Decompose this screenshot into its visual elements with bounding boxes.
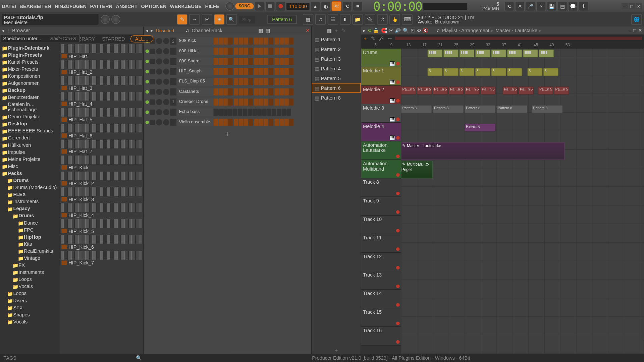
playlist-clip[interactable]: ▮▮▮▮ xyxy=(428,50,443,58)
cut-icon[interactable]: ✂ xyxy=(389,27,393,33)
track-header[interactable]: Drums🎹 xyxy=(361,49,401,67)
playlist-clip[interactable]: ▮▮▮▮ xyxy=(475,50,490,58)
channel-row[interactable]: HIP_Snaph xyxy=(146,67,310,76)
tree-item[interactable]: 📁Vocals xyxy=(0,283,60,290)
playlist-clip[interactable]: ▮▮▮▮ xyxy=(523,50,538,58)
snap-button[interactable]: 3/2 xyxy=(332,1,341,11)
playlist-clip[interactable]: ▮▮▮▮ xyxy=(539,50,554,58)
playlist-clip[interactable]: ▮▮▮▮ xyxy=(459,50,474,58)
pencil-icon[interactable]: ✎ xyxy=(369,35,377,42)
tree-item[interactable]: 📁Instruments xyxy=(0,198,60,205)
collapse-icon[interactable]: ◂ xyxy=(2,27,4,33)
tree-item[interactable]: 📁SFX xyxy=(0,304,60,311)
mic-icon[interactable]: 🎤 xyxy=(526,1,535,11)
track-header[interactable]: Track 12 xyxy=(361,253,401,271)
tree-item[interactable]: 📁Vintage xyxy=(0,254,60,261)
playlist-clip[interactable]: Pattern 8 xyxy=(496,105,527,113)
playlist-clip[interactable]: Pa…n 5 xyxy=(538,86,553,95)
track-header[interactable]: Melodie 4🎹 xyxy=(361,123,401,141)
track-header[interactable]: Melodie 1🎹 xyxy=(361,67,401,85)
playlist-clip[interactable]: 3 xyxy=(475,68,490,76)
tree-item[interactable]: 📁EEEE EEEE Sounds xyxy=(0,127,60,134)
globe-icon[interactable]: 🌐 xyxy=(631,14,642,25)
tree-item[interactable]: 📁Plugin-Presets xyxy=(0,51,60,58)
overview-strip[interactable] xyxy=(395,37,642,40)
playlist-clip[interactable]: Pa…n 5 xyxy=(481,86,496,95)
track-header[interactable]: Automation Multiband xyxy=(361,160,401,178)
playlist-breadcrumb[interactable]: Playlist - Arrangement xyxy=(442,28,489,33)
minimize-panel-icon[interactable]: – xyxy=(629,28,631,33)
playlist-clip[interactable]: Pattern 8 xyxy=(433,105,464,113)
track-header[interactable]: Track 16 xyxy=(361,327,401,345)
sample-item[interactable]: HIP_Hat_2 xyxy=(61,60,143,75)
add-pattern-button[interactable]: + xyxy=(312,348,361,353)
search-icon[interactable]: 🔍 xyxy=(136,355,142,361)
playlist-ruler[interactable]: 591317212529333741454953 xyxy=(361,43,644,49)
tree-item[interactable]: 📁Packs xyxy=(0,170,60,177)
playlist-button[interactable]: ▦ xyxy=(303,14,314,25)
browser-button[interactable]: 📁 xyxy=(353,14,363,25)
track-header[interactable]: Melodie 2🎹 xyxy=(361,86,401,104)
add-pattern-icon[interactable]: + xyxy=(335,28,338,33)
slice-tool[interactable]: ✂ xyxy=(202,14,212,25)
channel-row[interactable]: 808 HiHat xyxy=(146,46,310,56)
sample-item[interactable]: HIP_Hat xyxy=(61,44,143,59)
tree-item[interactable]: 📁Loops xyxy=(0,290,60,297)
play-button[interactable] xyxy=(255,1,265,11)
add-track-icon[interactable]: + xyxy=(361,35,369,42)
playlist-clip[interactable]: Pa…n 5 xyxy=(449,86,464,95)
channel-row[interactable]: FLS_Clap 05 xyxy=(146,77,310,86)
playlist-clip[interactable]: 3 xyxy=(543,68,558,76)
zoom-tool[interactable]: 🔍 xyxy=(226,14,237,25)
reload-icon[interactable]: ↑ xyxy=(7,28,9,33)
browser-samples[interactable]: HIP_HatHIP_Hat_2HIP_Hat_3HIP_Hat_4HIP_Ha… xyxy=(60,43,143,354)
add-channel-button[interactable]: + xyxy=(146,128,310,141)
sample-item[interactable]: HIP_Kick_4 xyxy=(61,203,143,218)
automation-clip[interactable]: ✎ Multiban…x-Pegel xyxy=(401,161,433,179)
close-panel-icon[interactable]: ✕ xyxy=(638,27,642,33)
undo-icon[interactable]: ⟲ xyxy=(504,1,514,11)
tempo-button[interactable]: ⏱ xyxy=(377,14,388,25)
maximize-panel-icon[interactable]: □ xyxy=(633,28,636,33)
wave-icon[interactable]: 〰 xyxy=(385,35,393,42)
play-icon[interactable]: ▸ xyxy=(363,27,366,33)
menu-view[interactable]: ANSICHT xyxy=(116,4,137,9)
tree-item[interactable]: 📁FX xyxy=(0,261,60,268)
help-icon[interactable]: ? xyxy=(536,1,546,11)
track-header[interactable]: Track 8 xyxy=(361,178,401,197)
playlist-clip[interactable]: Pa…n 5 xyxy=(554,86,569,95)
browser-tree[interactable]: 📁Plugin-Datenbank📁Plugin-Presets📁Kanal-P… xyxy=(0,43,60,354)
tree-item[interactable]: 📁Legacy xyxy=(0,205,60,212)
playlist-clip[interactable]: Pa…n 5 xyxy=(465,86,480,95)
save-icon[interactable]: 💾 xyxy=(547,1,556,11)
tree-item[interactable]: 📁Impulse xyxy=(0,148,60,156)
sample-item[interactable]: HIP_Kick xyxy=(61,156,143,171)
playlist-clip[interactable]: Pa…n 5 xyxy=(417,86,432,95)
channel-row[interactable]: 1Creeper Drone xyxy=(146,97,310,107)
channel-rack-button[interactable]: ☰ xyxy=(328,14,338,25)
center-icon[interactable]: ⊡ xyxy=(411,27,415,33)
pattern-item[interactable]: ▤Pattern 6 xyxy=(312,83,361,93)
select-tool[interactable]: ⊞ xyxy=(214,14,225,25)
pattern-item[interactable]: ▤Pattern 1 xyxy=(312,35,361,44)
loop-icon[interactable]: ⟲ xyxy=(417,27,421,33)
zoom-icon[interactable]: 🔍 xyxy=(403,27,409,33)
snap-select[interactable]: Step xyxy=(239,16,255,23)
tree-item[interactable]: 📁Vocals xyxy=(0,318,60,325)
main-menu[interactable]: DATEI BEARBEITEN HINZUFÜGEN PATTERN ANSI… xyxy=(2,4,219,9)
tree-item[interactable]: 📁Drums xyxy=(0,177,60,184)
sample-item[interactable]: HIP_Kick_3 xyxy=(61,187,143,202)
time-display[interactable]: 0:00:00 xyxy=(373,0,422,13)
forward-icon[interactable]: ▸ xyxy=(151,27,153,33)
channel-row[interactable]: 808 Snare xyxy=(146,57,310,66)
lock-icon[interactable]: 🔒 xyxy=(373,27,379,33)
track-header[interactable]: Track 10 xyxy=(361,216,401,234)
mixer-button[interactable]: ⏸ xyxy=(340,14,351,25)
plugin-button[interactable]: 🔌 xyxy=(365,14,376,25)
mute-icon[interactable]: 🔇 xyxy=(422,27,428,33)
tree-item[interactable]: 📁RealDrumkits xyxy=(0,247,60,254)
playlist-clip[interactable]: 3 xyxy=(507,68,522,76)
track-header[interactable]: Track 14 xyxy=(361,290,401,308)
playlist-clip[interactable]: ▮▮▮▮ xyxy=(443,50,459,58)
tree-item[interactable]: 📁Drums xyxy=(0,212,60,219)
